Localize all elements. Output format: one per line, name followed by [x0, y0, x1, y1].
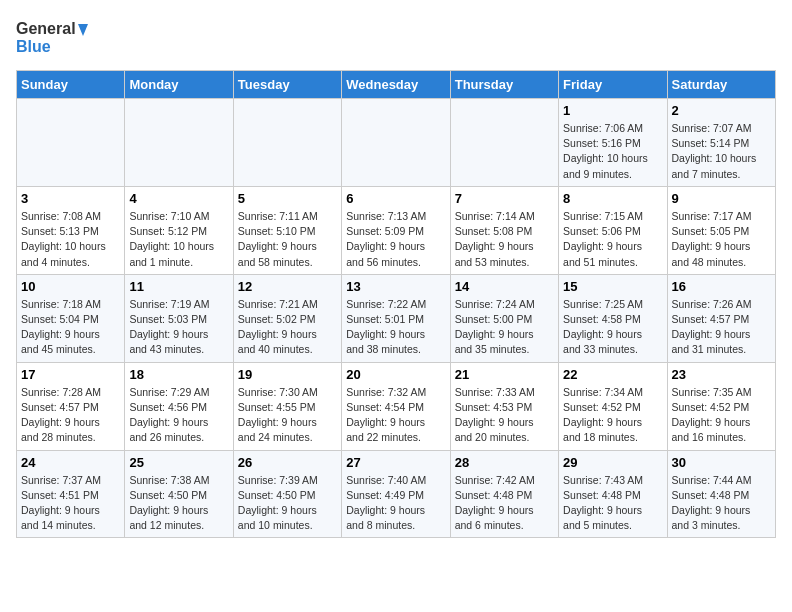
day-info: Sunrise: 7:29 AM Sunset: 4:56 PM Dayligh… [129, 385, 228, 446]
calendar-cell [450, 99, 558, 187]
day-info: Sunrise: 7:15 AM Sunset: 5:06 PM Dayligh… [563, 209, 662, 270]
day-number: 10 [21, 279, 120, 294]
logo: GeneralBlue [16, 16, 96, 58]
calendar-week-row: 17Sunrise: 7:28 AM Sunset: 4:57 PM Dayli… [17, 362, 776, 450]
calendar-body: 1Sunrise: 7:06 AM Sunset: 5:16 PM Daylig… [17, 99, 776, 538]
weekday-header: Thursday [450, 71, 558, 99]
day-info: Sunrise: 7:21 AM Sunset: 5:02 PM Dayligh… [238, 297, 337, 358]
page-header: GeneralBlue [16, 16, 776, 58]
day-info: Sunrise: 7:35 AM Sunset: 4:52 PM Dayligh… [672, 385, 771, 446]
svg-text:General: General [16, 20, 76, 37]
calendar-cell: 1Sunrise: 7:06 AM Sunset: 5:16 PM Daylig… [559, 99, 667, 187]
day-number: 6 [346, 191, 445, 206]
calendar-cell: 13Sunrise: 7:22 AM Sunset: 5:01 PM Dayli… [342, 274, 450, 362]
day-info: Sunrise: 7:14 AM Sunset: 5:08 PM Dayligh… [455, 209, 554, 270]
calendar-cell: 17Sunrise: 7:28 AM Sunset: 4:57 PM Dayli… [17, 362, 125, 450]
day-info: Sunrise: 7:37 AM Sunset: 4:51 PM Dayligh… [21, 473, 120, 534]
calendar-cell: 5Sunrise: 7:11 AM Sunset: 5:10 PM Daylig… [233, 186, 341, 274]
calendar-cell: 12Sunrise: 7:21 AM Sunset: 5:02 PM Dayli… [233, 274, 341, 362]
day-number: 30 [672, 455, 771, 470]
weekday-header: Tuesday [233, 71, 341, 99]
weekday-header: Wednesday [342, 71, 450, 99]
day-info: Sunrise: 7:42 AM Sunset: 4:48 PM Dayligh… [455, 473, 554, 534]
calendar-cell: 3Sunrise: 7:08 AM Sunset: 5:13 PM Daylig… [17, 186, 125, 274]
calendar-cell: 9Sunrise: 7:17 AM Sunset: 5:05 PM Daylig… [667, 186, 775, 274]
calendar-cell: 25Sunrise: 7:38 AM Sunset: 4:50 PM Dayli… [125, 450, 233, 538]
day-info: Sunrise: 7:24 AM Sunset: 5:00 PM Dayligh… [455, 297, 554, 358]
calendar-cell: 16Sunrise: 7:26 AM Sunset: 4:57 PM Dayli… [667, 274, 775, 362]
day-number: 3 [21, 191, 120, 206]
day-number: 7 [455, 191, 554, 206]
day-number: 12 [238, 279, 337, 294]
day-number: 23 [672, 367, 771, 382]
day-number: 4 [129, 191, 228, 206]
calendar-cell [17, 99, 125, 187]
logo-svg: GeneralBlue [16, 16, 96, 58]
day-info: Sunrise: 7:34 AM Sunset: 4:52 PM Dayligh… [563, 385, 662, 446]
calendar-cell: 29Sunrise: 7:43 AM Sunset: 4:48 PM Dayli… [559, 450, 667, 538]
day-info: Sunrise: 7:28 AM Sunset: 4:57 PM Dayligh… [21, 385, 120, 446]
day-number: 21 [455, 367, 554, 382]
calendar-cell: 24Sunrise: 7:37 AM Sunset: 4:51 PM Dayli… [17, 450, 125, 538]
day-number: 19 [238, 367, 337, 382]
weekday-header: Saturday [667, 71, 775, 99]
day-number: 26 [238, 455, 337, 470]
calendar-week-row: 1Sunrise: 7:06 AM Sunset: 5:16 PM Daylig… [17, 99, 776, 187]
day-info: Sunrise: 7:13 AM Sunset: 5:09 PM Dayligh… [346, 209, 445, 270]
day-info: Sunrise: 7:38 AM Sunset: 4:50 PM Dayligh… [129, 473, 228, 534]
day-number: 20 [346, 367, 445, 382]
day-number: 5 [238, 191, 337, 206]
calendar-week-row: 3Sunrise: 7:08 AM Sunset: 5:13 PM Daylig… [17, 186, 776, 274]
day-number: 18 [129, 367, 228, 382]
day-info: Sunrise: 7:22 AM Sunset: 5:01 PM Dayligh… [346, 297, 445, 358]
day-number: 2 [672, 103, 771, 118]
day-info: Sunrise: 7:17 AM Sunset: 5:05 PM Dayligh… [672, 209, 771, 270]
day-info: Sunrise: 7:07 AM Sunset: 5:14 PM Dayligh… [672, 121, 771, 182]
day-info: Sunrise: 7:06 AM Sunset: 5:16 PM Dayligh… [563, 121, 662, 182]
calendar-cell: 20Sunrise: 7:32 AM Sunset: 4:54 PM Dayli… [342, 362, 450, 450]
day-number: 8 [563, 191, 662, 206]
calendar-cell [342, 99, 450, 187]
weekday-header: Friday [559, 71, 667, 99]
day-info: Sunrise: 7:32 AM Sunset: 4:54 PM Dayligh… [346, 385, 445, 446]
calendar-table: SundayMondayTuesdayWednesdayThursdayFrid… [16, 70, 776, 538]
weekday-header: Monday [125, 71, 233, 99]
calendar-week-row: 10Sunrise: 7:18 AM Sunset: 5:04 PM Dayli… [17, 274, 776, 362]
svg-marker-2 [78, 24, 88, 36]
day-info: Sunrise: 7:33 AM Sunset: 4:53 PM Dayligh… [455, 385, 554, 446]
day-info: Sunrise: 7:11 AM Sunset: 5:10 PM Dayligh… [238, 209, 337, 270]
day-info: Sunrise: 7:26 AM Sunset: 4:57 PM Dayligh… [672, 297, 771, 358]
day-number: 13 [346, 279, 445, 294]
calendar-cell: 4Sunrise: 7:10 AM Sunset: 5:12 PM Daylig… [125, 186, 233, 274]
calendar-cell: 30Sunrise: 7:44 AM Sunset: 4:48 PM Dayli… [667, 450, 775, 538]
calendar-cell: 26Sunrise: 7:39 AM Sunset: 4:50 PM Dayli… [233, 450, 341, 538]
calendar-header: SundayMondayTuesdayWednesdayThursdayFrid… [17, 71, 776, 99]
day-info: Sunrise: 7:10 AM Sunset: 5:12 PM Dayligh… [129, 209, 228, 270]
day-info: Sunrise: 7:43 AM Sunset: 4:48 PM Dayligh… [563, 473, 662, 534]
weekday-header: Sunday [17, 71, 125, 99]
day-number: 22 [563, 367, 662, 382]
day-info: Sunrise: 7:30 AM Sunset: 4:55 PM Dayligh… [238, 385, 337, 446]
day-number: 27 [346, 455, 445, 470]
calendar-cell [125, 99, 233, 187]
day-info: Sunrise: 7:08 AM Sunset: 5:13 PM Dayligh… [21, 209, 120, 270]
day-number: 28 [455, 455, 554, 470]
day-info: Sunrise: 7:40 AM Sunset: 4:49 PM Dayligh… [346, 473, 445, 534]
calendar-cell: 11Sunrise: 7:19 AM Sunset: 5:03 PM Dayli… [125, 274, 233, 362]
calendar-week-row: 24Sunrise: 7:37 AM Sunset: 4:51 PM Dayli… [17, 450, 776, 538]
day-number: 24 [21, 455, 120, 470]
calendar-cell: 28Sunrise: 7:42 AM Sunset: 4:48 PM Dayli… [450, 450, 558, 538]
calendar-cell: 27Sunrise: 7:40 AM Sunset: 4:49 PM Dayli… [342, 450, 450, 538]
calendar-cell: 15Sunrise: 7:25 AM Sunset: 4:58 PM Dayli… [559, 274, 667, 362]
calendar-cell: 23Sunrise: 7:35 AM Sunset: 4:52 PM Dayli… [667, 362, 775, 450]
calendar-cell: 14Sunrise: 7:24 AM Sunset: 5:00 PM Dayli… [450, 274, 558, 362]
day-number: 11 [129, 279, 228, 294]
calendar-cell: 18Sunrise: 7:29 AM Sunset: 4:56 PM Dayli… [125, 362, 233, 450]
day-info: Sunrise: 7:25 AM Sunset: 4:58 PM Dayligh… [563, 297, 662, 358]
day-number: 15 [563, 279, 662, 294]
day-number: 17 [21, 367, 120, 382]
day-info: Sunrise: 7:44 AM Sunset: 4:48 PM Dayligh… [672, 473, 771, 534]
day-number: 14 [455, 279, 554, 294]
day-number: 16 [672, 279, 771, 294]
calendar-cell: 7Sunrise: 7:14 AM Sunset: 5:08 PM Daylig… [450, 186, 558, 274]
